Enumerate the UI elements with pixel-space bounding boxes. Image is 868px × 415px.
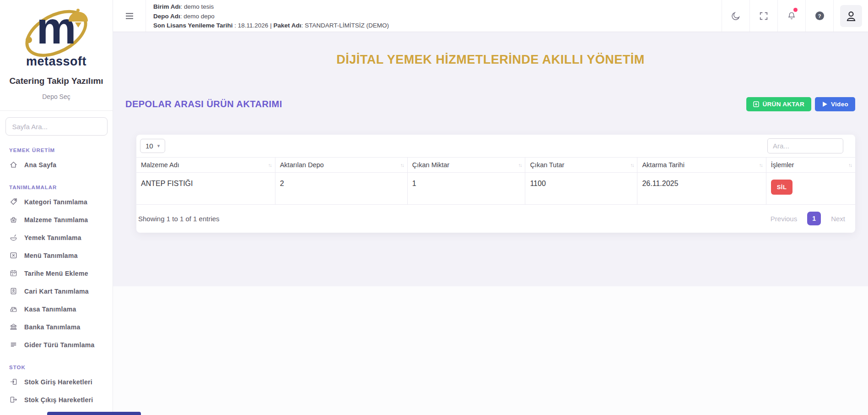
- fullscreen-icon: [759, 11, 769, 21]
- sidebar-item-label: Ana Sayfa: [24, 161, 56, 169]
- urun-aktar-button[interactable]: ÜRÜN AKTAR: [746, 97, 811, 111]
- avatar: [840, 5, 862, 27]
- sidebar-item-kasa-tanimlama[interactable]: Kasa Tanımlama: [0, 300, 113, 318]
- column-header-aktarilan-depo[interactable]: Aktarılan Depo↑↓: [275, 158, 407, 173]
- video-button[interactable]: Video: [815, 97, 855, 111]
- column-label: Aktarma Tarihi: [642, 161, 684, 169]
- content-panel: DİJİTAL YEMEK HİZMETLERİNDE AKILLI YÖNET…: [113, 32, 868, 286]
- logo-wordmark: metassoft: [13, 55, 100, 69]
- stock-in-icon: [9, 377, 18, 386]
- banner-title: DİJİTAL YEMEK HİZMETLERİNDE AKILLI YÖNET…: [113, 53, 868, 67]
- page-head: DEPOLAR ARASI ÜRÜN AKTARIMI ÜRÜN AKTAR V…: [125, 97, 855, 111]
- pagination-page-1[interactable]: 1: [807, 212, 821, 225]
- info-label: Birim Adı: [153, 3, 181, 10]
- transfers-table: Malzeme Adı↑↓ Aktarılan Depo↑↓ Çıkan Mik…: [136, 157, 855, 205]
- page-actions: ÜRÜN AKTAR Video: [746, 97, 855, 111]
- sidebar-item-label: Kasa Tanımlama: [24, 306, 76, 313]
- table-row: ANTEP FISTIĞI 2 1 1100 26.11.2025 SİL: [136, 173, 855, 205]
- entries-info: Showing 1 to 1 of 1 entries: [138, 215, 220, 223]
- dark-mode-toggle[interactable]: [722, 0, 749, 32]
- cell-aktarilan-depo: 2: [275, 173, 407, 205]
- pagination-previous[interactable]: Previous: [771, 215, 797, 223]
- info-value: : STANDART-LİMİTSİZ (DEMO): [301, 22, 389, 29]
- page-size-select[interactable]: 10 ▾: [140, 139, 165, 153]
- info-value: : demo depo: [180, 13, 215, 20]
- sidebar-item-label: Tarihe Menü Ekleme: [24, 270, 88, 277]
- cell-aktarma-tarihi: 26.11.2025: [637, 173, 766, 205]
- pagination: Previous 1 Next: [771, 212, 845, 225]
- notifications-button[interactable]: [777, 0, 805, 32]
- info-value: : demo tesis: [181, 3, 214, 10]
- sidebar-item-label: Stok Giriş Hareketleri: [24, 378, 92, 386]
- column-label: İşlemler: [771, 161, 794, 169]
- table-header-row: Malzeme Adı↑↓ Aktarılan Depo↑↓ Çıkan Mik…: [136, 158, 855, 173]
- hamburger-icon: [124, 11, 135, 22]
- nav-section-stok: STOK: [0, 354, 113, 373]
- active-item-indicator: [47, 412, 141, 415]
- sidebar-item-tarihe-menu-ekleme[interactable]: Tarihe Menü Ekleme: [0, 264, 113, 282]
- cash-register-icon: [9, 305, 18, 313]
- sidebar-item-label: Kategori Tanımlama: [24, 198, 87, 206]
- fullscreen-button[interactable]: [749, 0, 777, 32]
- app-root: m metassoft Catering Takip Yazılımı Depo…: [0, 0, 868, 415]
- brand-block: m metassoft Catering Takip Yazılımı Depo…: [0, 0, 113, 100]
- info-line-2: Depo Adı: demo depo: [153, 12, 389, 22]
- sidebar-item-ana-sayfa[interactable]: Ana Sayfa: [0, 156, 113, 174]
- calendar-icon: [9, 269, 18, 278]
- sidebar-search-input[interactable]: [5, 117, 108, 136]
- info-label: Paket Adı: [273, 22, 301, 29]
- info-line-3: Son Lisans Yenileme Tarihi : 18.11.2026 …: [153, 21, 389, 31]
- tag-icon: [9, 197, 18, 206]
- column-header-aktarma-tarihi[interactable]: Aktarma Tarihi↑↓: [637, 158, 766, 173]
- column-header-islemler[interactable]: İşlemler↑↓: [766, 158, 855, 173]
- sidebar-item-stok-giris-hareketleri[interactable]: Stok Giriş Hareketleri: [0, 373, 113, 391]
- sidebar-item-label: Gider Türü Tanımlama: [24, 341, 95, 349]
- delete-button[interactable]: SİL: [771, 180, 793, 195]
- sort-icons: ↑↓: [268, 162, 271, 168]
- column-label: Aktarılan Depo: [280, 161, 324, 169]
- sidebar-item-yemek-tanimlama[interactable]: Yemek Tanımlama: [0, 229, 113, 246]
- id-card-icon: [9, 287, 18, 295]
- column-header-malzeme-adi[interactable]: Malzeme Adı↑↓: [136, 158, 275, 173]
- help-button[interactable]: ?: [805, 0, 833, 32]
- moon-icon: [731, 11, 741, 21]
- brand-title: Catering Takip Yazılımı: [0, 76, 113, 86]
- sidebar-item-kategori-tanimlama[interactable]: Kategori Tanımlama: [0, 193, 113, 211]
- sort-icons: ↑↓: [518, 162, 521, 168]
- urun-aktar-label: ÜRÜN AKTAR: [762, 101, 804, 108]
- sidebar: m metassoft Catering Takip Yazılımı Depo…: [0, 0, 113, 415]
- table-search-input[interactable]: [767, 138, 843, 153]
- cell-malzeme-adi: ANTEP FISTIĞI: [136, 173, 275, 205]
- license-info-block: Birim Adı: demo tesis Depo Adı: demo dep…: [146, 0, 389, 32]
- sidebar-item-stok-cikis-hareketleri[interactable]: Stok Çıkış Hareketleri: [0, 391, 113, 409]
- user-menu-button[interactable]: [833, 0, 868, 32]
- home-icon: [9, 160, 18, 169]
- page-title: DEPOLAR ARASI ÜRÜN AKTARIMI: [125, 99, 282, 109]
- topbar: Birim Adı: demo tesis Depo Adı: demo dep…: [113, 0, 868, 32]
- hamburger-menu-button[interactable]: [113, 0, 146, 32]
- cell-cikan-miktar: 1: [407, 173, 525, 205]
- help-icon: ?: [815, 11, 824, 20]
- sidebar-item-label: Malzeme Tanımlama: [24, 216, 88, 224]
- menu-board-icon: [9, 251, 18, 260]
- sidebar-item-banka-tanimlama[interactable]: Banka Tanımlama: [0, 318, 113, 336]
- sort-icons: ↑↓: [848, 162, 852, 168]
- column-header-cikan-tutar[interactable]: Çıkan Tutar↑↓: [525, 158, 637, 173]
- table-controls: 10 ▾: [136, 135, 855, 157]
- topbar-actions: ?: [722, 0, 868, 32]
- cell-cikan-tutar: 1100: [525, 173, 637, 205]
- column-header-cikan-miktar[interactable]: Çıkan Miktar↑↓: [407, 158, 525, 173]
- sidebar-item-label: Banka Tanımlama: [24, 323, 81, 331]
- sidebar-item-cari-kart-tanimlama[interactable]: Cari Kart Tanımlama: [0, 282, 113, 300]
- notification-badge: [793, 8, 798, 12]
- sidebar-item-malzeme-tanimlama[interactable]: Malzeme Tanımlama: [0, 211, 113, 229]
- stock-out-icon: [9, 395, 18, 404]
- warehouse-select-link[interactable]: Depo Seç: [0, 93, 113, 100]
- expense-list-icon: [9, 340, 18, 349]
- chevron-down-icon: ▾: [157, 143, 160, 149]
- basket-icon: [9, 215, 18, 224]
- sidebar-item-menu-tanimlama[interactable]: Menü Tanımlama: [0, 246, 113, 264]
- sidebar-item-gider-turu-tanimlama[interactable]: Gider Türü Tanımlama: [0, 336, 113, 354]
- pagination-next[interactable]: Next: [831, 215, 845, 223]
- main-area: Birim Adı: demo tesis Depo Adı: demo dep…: [113, 0, 868, 415]
